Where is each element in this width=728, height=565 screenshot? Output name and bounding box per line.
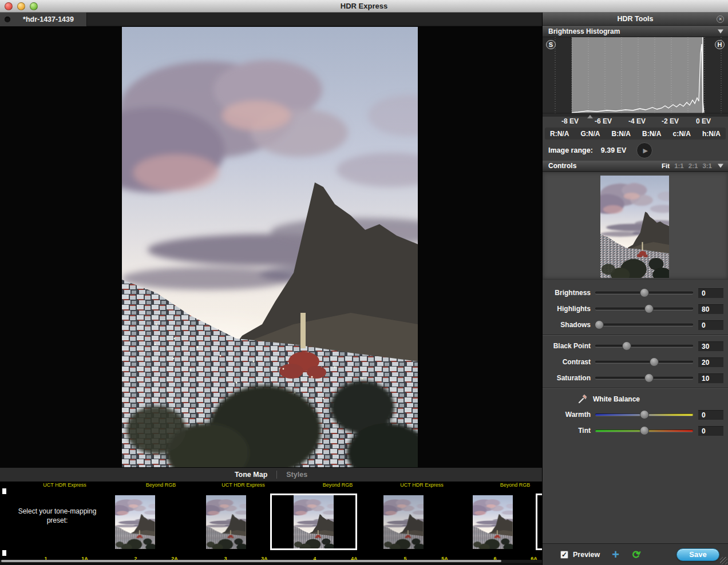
tab-label: *hdr-1437-1439	[13, 13, 84, 26]
panel-close-icon[interactable]: ✕	[717, 15, 724, 23]
slider-thumb[interactable]	[644, 373, 654, 383]
film-brand-label: UCT HDR Express	[43, 482, 86, 488]
image-range-row: Image range: 9.39 EV ▶	[543, 140, 728, 161]
channel-readouts: R:N/A G:N/A B:N/A B:N/A c:N/A h:N/A	[545, 128, 726, 140]
white-balance-label: White Balance	[593, 395, 640, 403]
panel-header: HDR Tools ✕	[543, 13, 728, 26]
highlight-point-button[interactable]: H	[715, 40, 725, 49]
slider-thumb[interactable]	[650, 357, 659, 367]
film-brand-label: UCT HDR Express	[400, 482, 443, 488]
tab-styles[interactable]: Styles	[286, 471, 307, 479]
tint-value[interactable]: 0	[698, 426, 723, 436]
slider-thumb[interactable]	[595, 320, 604, 329]
highlights-slider-row: Highlights 80	[543, 301, 728, 317]
chevron-down-icon[interactable]	[718, 29, 723, 33]
brightness-slider-row: Brightness 0	[543, 285, 728, 301]
image-range-label: Image range:	[548, 146, 593, 154]
document-tab[interactable]: *hdr-1437-1439	[0, 13, 87, 26]
panel-title: HDR Tools	[543, 13, 728, 26]
film-sprockets-bottom	[2, 550, 540, 556]
shadows-slider-row: Shadows 0	[543, 317, 728, 333]
add-icon[interactable]: +	[612, 549, 619, 560]
contrast-slider[interactable]	[595, 357, 693, 367]
histogram-section-header[interactable]: Brightness Histogram	[543, 26, 728, 37]
adjustment-sliders: Brightness 0 Highlights 80 Shadows 0 Bla…	[543, 280, 728, 439]
image-canvas	[0, 26, 542, 468]
tab-modified-indicator	[5, 17, 10, 22]
slider-thumb[interactable]	[644, 304, 654, 313]
document-tab-bar: *hdr-1437-1439	[0, 13, 542, 26]
preset-filmstrip: UCT HDR Express Beyond RGB UCT HDR Expre…	[0, 482, 542, 563]
zoom-3-1[interactable]: 3:1	[702, 162, 712, 169]
shadows-slider[interactable]	[595, 320, 693, 329]
brightness-histogram[interactable]: S H	[543, 37, 728, 117]
preset-prompt: Select your tone-mapping preset:	[3, 507, 112, 525]
selected-preset-border[interactable]	[270, 494, 357, 550]
zoom-options: Fit 1:1 2:1 3:1	[662, 162, 712, 169]
slider-thumb[interactable]	[640, 410, 649, 419]
shadows-value[interactable]: 0	[698, 320, 723, 330]
main-photo-preview[interactable]	[122, 27, 418, 467]
ev-scale: -8 EV -6 EV -4 EV -2 EV 0 EV	[543, 117, 728, 126]
hdr-tools-panel: HDR Tools ✕ Brightness Histogram S H	[542, 13, 728, 565]
film-brand-label: Beyond RGB	[323, 482, 353, 488]
film-brand-label: Beyond RGB	[146, 482, 176, 488]
save-button[interactable]: Save	[676, 548, 719, 561]
tab-divider	[276, 471, 277, 479]
preview-thumbnail-panel	[543, 172, 728, 280]
preset-thumbnail-2[interactable]	[206, 495, 246, 549]
group-divider	[543, 335, 728, 336]
film-brand-label: UCT HDR Express	[221, 482, 264, 488]
image-range-value: 9.39 EV	[601, 146, 626, 154]
warmth-slider-row: Warmth 0	[543, 407, 728, 423]
highlights-slider[interactable]	[595, 304, 693, 313]
histogram-plot	[543, 37, 728, 117]
film-brand-label: Beyond RGB	[500, 482, 531, 488]
saturation-slider-row: Saturation 10	[543, 370, 728, 386]
saturation-slider[interactable]	[595, 373, 693, 383]
tab-tone-map[interactable]: Tone Map	[235, 471, 267, 479]
preset-thumbnail-5[interactable]	[473, 495, 513, 549]
preset-thumbnail-1[interactable]	[115, 495, 155, 549]
filmstrip-scrollbar-thumb[interactable]	[1, 560, 501, 562]
contrast-value[interactable]: 20	[698, 357, 723, 367]
warmth-value[interactable]: 0	[698, 410, 723, 420]
refresh-icon[interactable]: ⟳	[631, 547, 643, 561]
preview-checkbox[interactable]: ✓	[560, 551, 568, 559]
ev-marker-icon	[587, 115, 593, 118]
eyedropper-icon[interactable]	[578, 394, 588, 404]
controls-section-header[interactable]: Controls Fit 1:1 2:1 3:1	[543, 161, 728, 172]
preview-thumbnail[interactable]	[600, 176, 669, 278]
slider-thumb[interactable]	[622, 341, 631, 351]
tint-slider[interactable]	[595, 426, 693, 435]
warmth-slider[interactable]	[595, 410, 693, 419]
partial-frame-right	[536, 494, 542, 550]
zoom-fit[interactable]: Fit	[662, 162, 670, 169]
zoom-2-1[interactable]: 2:1	[689, 162, 698, 169]
slider-thumb[interactable]	[640, 426, 649, 435]
white-balance-header: White Balance	[543, 391, 728, 407]
resize-grip[interactable]	[720, 557, 727, 564]
brightness-value[interactable]: 0	[698, 288, 723, 298]
saturation-value[interactable]: 10	[698, 373, 723, 383]
black-point-slider[interactable]	[595, 341, 693, 351]
panel-footer: ✓ Preview + ⟳ Save	[543, 543, 728, 565]
brightness-slider[interactable]	[595, 288, 693, 297]
slider-thumb[interactable]	[640, 288, 649, 297]
zoom-1-1[interactable]: 1:1	[674, 162, 684, 169]
black-point-value[interactable]: 30	[698, 341, 723, 351]
preset-thumbnail-4[interactable]	[383, 495, 424, 549]
play-button[interactable]: ▶	[636, 142, 652, 158]
preset-tab-bar: Tone Map Styles	[0, 468, 542, 482]
filmstrip-scrollbar	[0, 560, 542, 563]
window-title: HDR Express	[0, 0, 728, 13]
shadow-point-button[interactable]: S	[546, 40, 556, 49]
preview-label: Preview	[573, 551, 600, 559]
chevron-down-icon[interactable]	[718, 164, 723, 168]
black-point-slider-row: Black Point 30	[543, 338, 728, 354]
contrast-slider-row: Contrast 20	[543, 354, 728, 370]
group-divider	[543, 388, 728, 389]
highlights-value[interactable]: 80	[698, 304, 723, 314]
tint-slider-row: Tint 0	[543, 423, 728, 439]
title-bar: HDR Express	[0, 0, 728, 13]
